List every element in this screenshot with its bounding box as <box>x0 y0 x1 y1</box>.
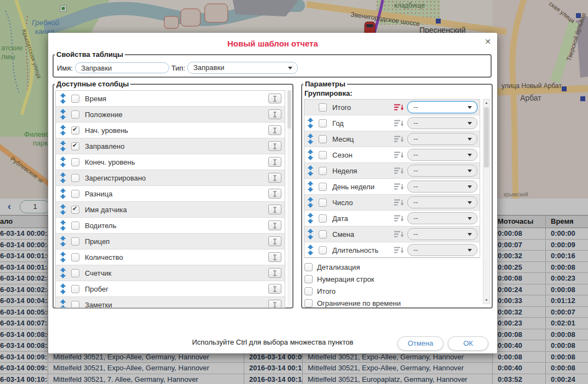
move-updown-icon[interactable] <box>59 267 67 278</box>
move-updown-icon[interactable] <box>307 165 314 176</box>
column-row[interactable]: Заметки <box>56 297 285 308</box>
close-icon[interactable]: ✕ <box>485 37 491 46</box>
grouping-row[interactable]: Год -- <box>304 115 480 131</box>
grouping-select[interactable]: -- <box>407 244 477 256</box>
move-updown-icon[interactable] <box>307 245 314 255</box>
grouping-select[interactable]: -- <box>407 117 477 129</box>
option-checkbox[interactable] <box>304 299 313 307</box>
move-updown-icon[interactable] <box>59 283 67 294</box>
move-updown-icon[interactable] <box>59 156 67 167</box>
grouping-row[interactable]: Месяц -- <box>304 131 480 147</box>
grouping-select[interactable]: -- <box>407 212 477 224</box>
rename-column-button[interactable] <box>268 173 281 183</box>
grouping-select[interactable]: -- <box>407 165 477 177</box>
move-updown-icon[interactable] <box>59 93 67 104</box>
column-row[interactable]: Прицеп <box>56 234 285 249</box>
move-updown-icon[interactable] <box>59 109 67 120</box>
rename-column-button[interactable] <box>268 284 281 294</box>
template-name-input[interactable] <box>75 62 169 73</box>
scroll-up-icon[interactable]: ▲ <box>483 100 489 106</box>
group-by-icon[interactable] <box>394 199 405 206</box>
move-updown-icon[interactable] <box>307 197 314 208</box>
move-updown-icon[interactable] <box>307 213 314 224</box>
grouping-checkbox[interactable] <box>319 135 327 143</box>
grouping-select[interactable]: -- <box>407 133 477 145</box>
column-row[interactable]: Счетчик <box>56 265 285 281</box>
grouping-checkbox[interactable] <box>319 214 327 223</box>
column-checkbox[interactable] <box>71 142 79 150</box>
option-row[interactable]: Детализация <box>304 261 401 273</box>
group-by-icon[interactable] <box>394 120 405 127</box>
move-updown-icon[interactable] <box>307 133 314 144</box>
rename-column-button[interactable] <box>268 125 281 135</box>
column-row[interactable]: Зарегистрировано <box>56 170 285 186</box>
column-checkbox[interactable] <box>71 269 79 277</box>
cancel-button[interactable]: Отмена <box>397 336 443 351</box>
grouping-checkbox[interactable] <box>319 103 327 112</box>
column-row[interactable]: Имя датчика <box>56 202 285 218</box>
column-checkbox[interactable] <box>71 253 79 261</box>
scrollbar-thumb[interactable] <box>484 107 489 167</box>
columns-scrollbar[interactable] <box>287 90 291 307</box>
column-row[interactable]: Время <box>56 91 285 107</box>
group-by-icon[interactable] <box>394 183 405 190</box>
column-checkbox[interactable] <box>71 237 79 246</box>
group-by-icon[interactable] <box>394 167 405 174</box>
column-checkbox[interactable] <box>71 174 79 182</box>
move-updown-icon[interactable] <box>59 204 67 215</box>
grouping-row[interactable]: Неделя -- <box>304 163 480 179</box>
rename-column-button[interactable] <box>268 252 281 262</box>
grouping-select[interactable]: -- <box>407 149 477 161</box>
move-updown-icon[interactable] <box>59 125 67 136</box>
column-checkbox[interactable] <box>71 110 79 119</box>
ok-button[interactable]: ОК <box>448 336 488 351</box>
rename-column-button[interactable] <box>268 94 281 103</box>
group-by-icon[interactable] <box>394 215 405 222</box>
grouping-row[interactable]: Дата -- <box>304 211 480 226</box>
rename-column-button[interactable] <box>268 189 281 199</box>
grouping-select[interactable]: -- <box>407 228 477 240</box>
grouping-row[interactable]: Смена -- <box>304 226 480 242</box>
option-checkbox[interactable] <box>304 275 313 283</box>
move-updown-icon[interactable] <box>59 299 67 308</box>
grouping-row[interactable]: День недели -- <box>304 179 480 195</box>
move-updown-icon[interactable] <box>307 181 314 192</box>
group-by-icon[interactable] <box>394 136 405 143</box>
grouping-checkbox[interactable] <box>319 230 327 238</box>
move-updown-icon[interactable] <box>307 229 314 240</box>
column-checkbox[interactable] <box>71 285 79 293</box>
rename-column-button[interactable] <box>268 141 281 151</box>
column-checkbox[interactable] <box>71 158 79 166</box>
column-checkbox[interactable] <box>71 222 79 230</box>
column-row[interactable]: Количество <box>56 249 285 265</box>
rename-column-button[interactable] <box>268 236 281 246</box>
column-row[interactable]: Пробег <box>56 281 285 297</box>
table-type-select[interactable]: Заправки <box>187 62 298 74</box>
rename-column-button[interactable] <box>268 300 281 308</box>
column-row[interactable]: Конеч. уровень <box>56 154 285 170</box>
column-row[interactable]: Положение <box>56 107 285 123</box>
grouping-checkbox[interactable] <box>319 199 327 207</box>
grouping-checkbox[interactable] <box>319 151 327 159</box>
option-checkbox[interactable] <box>304 287 313 295</box>
parameters-scrollbar[interactable]: ▲ ▼ <box>483 99 490 304</box>
grouping-row[interactable]: Сезон -- <box>304 147 480 163</box>
rename-column-button[interactable] <box>268 109 281 119</box>
option-row[interactable]: Нумерация строк <box>304 273 401 285</box>
grouping-checkbox[interactable] <box>319 167 327 175</box>
grouping-select[interactable]: -- <box>407 181 477 193</box>
move-updown-icon[interactable] <box>59 141 67 152</box>
group-by-icon[interactable] <box>394 152 405 159</box>
move-updown-icon[interactable] <box>59 172 67 183</box>
column-checkbox[interactable] <box>71 206 79 214</box>
rename-column-button[interactable] <box>268 157 281 167</box>
grouping-checkbox[interactable] <box>319 246 327 254</box>
column-row[interactable]: Заправлено <box>56 138 285 154</box>
option-checkbox[interactable] <box>304 263 313 271</box>
move-updown-icon[interactable] <box>59 252 67 263</box>
move-updown-icon[interactable] <box>59 220 67 231</box>
group-by-icon[interactable] <box>394 231 405 238</box>
group-by-icon[interactable] <box>394 247 405 254</box>
move-updown-icon[interactable] <box>59 188 67 199</box>
scroll-down-icon[interactable]: ▼ <box>483 297 489 304</box>
